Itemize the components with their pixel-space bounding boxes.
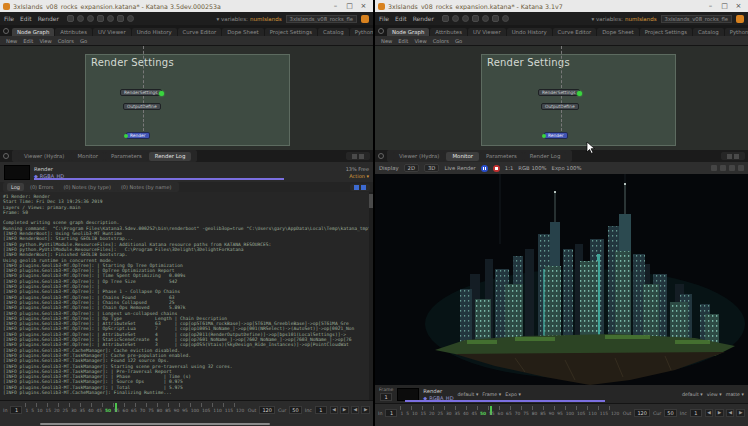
frame-tick-label[interactable]: 115 [225,408,233,413]
frame-tick-label[interactable]: 95 [182,408,188,413]
node-render[interactable]: Render [544,132,568,139]
frame-tick-label[interactable]: 90 [549,411,555,416]
node-outputdefine[interactable]: OutputDefine [123,103,161,110]
pane-menu-icon[interactable] [734,154,739,159]
variables-value[interactable]: numIslands [250,16,282,22]
search-icon[interactable] [87,15,94,22]
menu-item[interactable]: Edit [395,15,407,22]
session-field[interactable]: 3xIslands_v08_rocks_fle [661,15,732,23]
edit-flag-icon[interactable] [542,134,546,138]
frame-tick-label[interactable]: 15 [45,408,51,413]
pane-gear-icon[interactable] [3,153,9,159]
graph-state-variables[interactable]: ▾ variables: numIslands [217,16,282,22]
nodegraph-menu-item[interactable]: Go [80,38,87,44]
frame-tick-label[interactable]: 1 [400,411,403,416]
out-field[interactable]: 120 [634,409,650,417]
frame-dropdown[interactable]: Frame ▾ [482,392,501,397]
frame-tick-label[interactable]: 20 [54,408,60,413]
transport-button[interactable]: ▶ [715,409,724,417]
action-dropdown[interactable]: Action ▾ [349,173,369,179]
pause-render-button[interactable] [481,165,488,172]
monitor-viewport[interactable] [375,174,748,385]
panel-tab[interactable]: Parameters [105,152,148,161]
nodegraph-canvas[interactable]: Render Settings RenderSettings OutputDef… [0,45,373,150]
flag-icon[interactable] [492,15,499,22]
pane-gear-icon[interactable] [3,28,9,34]
frame-tick-label[interactable]: 20 [429,411,435,416]
in-field[interactable]: 1 [385,409,397,417]
pane-menu-icon[interactable] [359,154,364,159]
messages-icon[interactable] [127,15,134,22]
scroll-up-icon[interactable] [354,185,359,190]
scroll-down-icon[interactable] [361,185,366,190]
transport-button[interactable]: ▶ [361,406,370,414]
nodegraph-menu-item[interactable]: Colors [433,38,449,44]
main-tab[interactable]: Dope Sheet [597,28,639,36]
phone-icon[interactable] [107,15,114,22]
frame-tick-label[interactable]: 75 [148,408,154,413]
frame-tick-label[interactable]: 95 [557,411,563,416]
minimize-button[interactable]: – [329,1,342,12]
messages-icon[interactable] [502,15,509,22]
nodegraph-menu-item[interactable]: Edit [398,38,408,44]
title-bar[interactable]: 3xIslands_v08_rocks_expansion.katana* - … [0,0,373,12]
transport-button[interactable]: ◀ [330,406,339,414]
frame-tick-label[interactable]: 80 [157,408,163,413]
frame-tick-label[interactable]: 100 [566,411,574,416]
float-pane-icon[interactable] [352,154,357,159]
menu-item[interactable]: Render [413,15,434,22]
transport-button[interactable]: ▶ [736,409,745,417]
frame-tick-label[interactable]: 30 [446,411,452,416]
backdrop-node[interactable]: Render Settings [481,54,676,146]
frame-tick-label[interactable]: 105 [202,408,210,413]
node-rendersettings[interactable]: RenderSettings [120,89,162,96]
close-button[interactable]: × [357,1,370,12]
frame-tick-label[interactable]: 80 [532,411,538,416]
frame-tick-label[interactable]: 55 [114,408,120,413]
frame-tick-label[interactable]: 100 [191,408,199,413]
panel-tab[interactable]: Monitor [71,152,104,161]
frame-tick-label[interactable]: 45 [472,411,478,416]
frame-tick-label[interactable]: 105 [577,411,585,416]
render-log-output[interactable]: #1 Render: Render Start Time: Fri Dec 13… [0,192,373,400]
overlay-icon[interactable] [729,165,735,171]
nodegraph-menu-item[interactable]: View [414,38,426,44]
live-render-toggle[interactable]: Live Render [444,165,475,171]
home-icon[interactable] [97,15,104,22]
main-tab[interactable]: Python [725,28,748,36]
stop-render-button[interactable] [493,165,500,172]
snapshot-icon[interactable] [711,165,717,171]
frame-ruler[interactable]: 1510152025303540455055606570758085909510… [25,403,244,417]
phone-icon[interactable] [482,15,489,22]
back-icon[interactable] [67,15,74,22]
pane-gear-icon[interactable] [378,28,384,34]
menu-item[interactable]: File [379,15,389,22]
menu-item[interactable]: Render [38,15,59,22]
node-rendersettings[interactable]: RenderSettings [538,89,580,96]
frame-tick-label[interactable]: 40 [88,408,94,413]
view-flag-icon[interactable] [577,91,582,96]
maximize-button[interactable]: □ [343,1,356,12]
main-tab[interactable]: Catalog [318,28,349,36]
main-tab[interactable]: Dope Sheet [222,28,264,36]
exposure-value[interactable]: Expo 100% [552,165,582,171]
frame-tick-label[interactable]: 60 [498,411,504,416]
pane-gear-icon[interactable] [378,153,384,159]
main-tab[interactable]: Undo History [507,28,552,36]
main-tab[interactable]: Undo History [132,28,177,36]
float-pane-icon[interactable] [727,154,732,159]
frame-tick-label[interactable]: 55 [489,411,495,416]
frame-tick-label[interactable]: 120 [611,411,619,416]
title-bar[interactable]: 3xIslands_v08_rocks_expansion.katana* - … [375,0,748,12]
view-flag-icon[interactable] [159,91,164,96]
frame-tick-label[interactable]: 25 [62,408,68,413]
main-tab[interactable]: Curve Editor [178,28,222,36]
variables-value[interactable]: numIslands [625,16,657,22]
in-field[interactable]: 1 [10,406,22,414]
transport-button[interactable]: ▶ [340,406,349,414]
frame-tick-label[interactable]: 1 [25,408,28,413]
main-tab[interactable]: Attributes [55,28,92,36]
transport-button[interactable]: ◀ [705,409,714,417]
panel-tab[interactable]: Viewer (Hydra) [18,152,70,161]
compare-icon[interactable] [720,165,726,171]
